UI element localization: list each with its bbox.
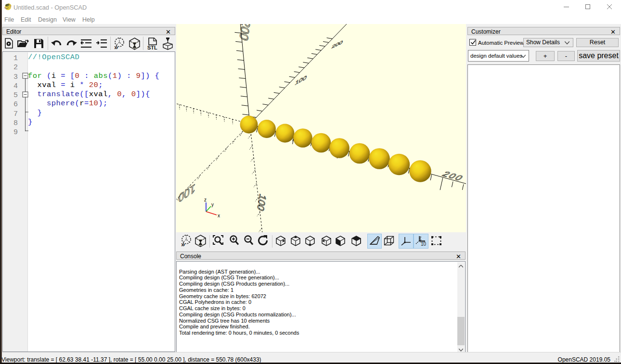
svg-text:100: 100 <box>294 74 308 87</box>
svg-text:y: y <box>211 202 214 207</box>
svg-text:»: » <box>114 43 118 50</box>
svg-text:z: z <box>204 197 207 202</box>
svg-text:200: 200 <box>331 39 344 50</box>
svg-text:x: x <box>218 213 220 218</box>
svg-text:100: 100 <box>178 181 195 205</box>
svg-text:200: 200 <box>440 170 466 182</box>
svg-text:200: 200 <box>237 24 253 43</box>
svg-text:STL: STL <box>147 45 157 50</box>
svg-text:10: 10 <box>421 241 427 246</box>
svg-text:»: » <box>181 240 185 247</box>
svg-text:100: 100 <box>255 192 268 213</box>
